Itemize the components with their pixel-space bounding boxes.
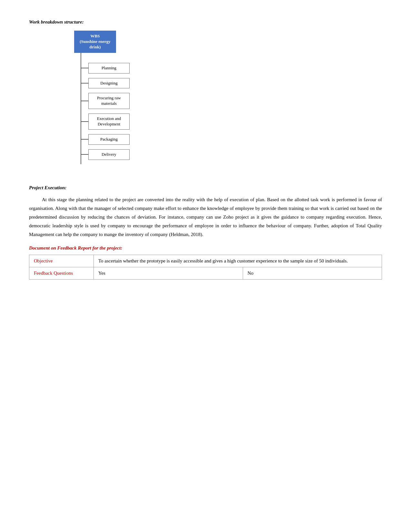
list-item: Packaging — [81, 134, 130, 145]
wbs-diagram: WBS (Sunshine energy drink) Planning Des… — [74, 31, 203, 164]
list-item: Delivery — [81, 149, 130, 160]
feedback-no-value: No — [243, 267, 382, 279]
h-connector — [81, 154, 88, 155]
root-down-connector — [81, 53, 81, 59]
wbs-node-procuring: Procuring raw materials — [88, 93, 130, 109]
wbs-node-delivery: Delivery — [88, 149, 130, 160]
wbs-node-execution: Execution and Development — [88, 113, 130, 130]
feedback-report-section: Document on Feedback Report for the proj… — [29, 245, 382, 280]
feedback-yes-value: Yes — [94, 267, 243, 279]
objective-label: Objective — [29, 255, 94, 267]
h-connector — [81, 139, 88, 140]
h-connector — [81, 83, 88, 84]
work-breakdown-section: Work breakdown structure: WBS (Sunshine … — [29, 19, 382, 164]
wbs-node-packaging: Packaging — [88, 134, 130, 145]
project-execution-section: Project Execution: At this stage the pla… — [29, 183, 382, 239]
list-item: Execution and Development — [81, 113, 130, 130]
table-row: Feedback Questions Yes No — [29, 267, 382, 279]
wbs-node-designing: Designing — [88, 78, 130, 89]
children-column: Planning Designing Procuring raw materia… — [81, 59, 130, 164]
tree-body: Planning Designing Procuring raw materia… — [74, 59, 130, 164]
project-execution-paragraph: At this stage the planning related to th… — [29, 195, 382, 239]
h-connector — [81, 121, 88, 122]
feedback-report-heading: Document on Feedback Report for the proj… — [29, 245, 382, 251]
list-item: Planning — [81, 63, 130, 74]
h-connector — [81, 101, 88, 101]
wbs-root-node: WBS (Sunshine energy drink) — [74, 31, 116, 53]
feedback-table: Objective To ascertain whether the proto… — [29, 255, 382, 280]
project-execution-label: Project Execution: — [29, 183, 382, 192]
wbs-node-planning: Planning — [88, 63, 130, 74]
h-connector — [81, 68, 88, 68]
objective-value: To ascertain whether the prototype is ea… — [94, 255, 382, 267]
feedback-questions-label: Feedback Questions — [29, 267, 94, 279]
work-breakdown-label: Work breakdown structure: — [29, 19, 382, 25]
list-item: Designing — [81, 78, 130, 89]
list-item: Procuring raw materials — [81, 93, 130, 109]
table-row: Objective To ascertain whether the proto… — [29, 255, 382, 267]
